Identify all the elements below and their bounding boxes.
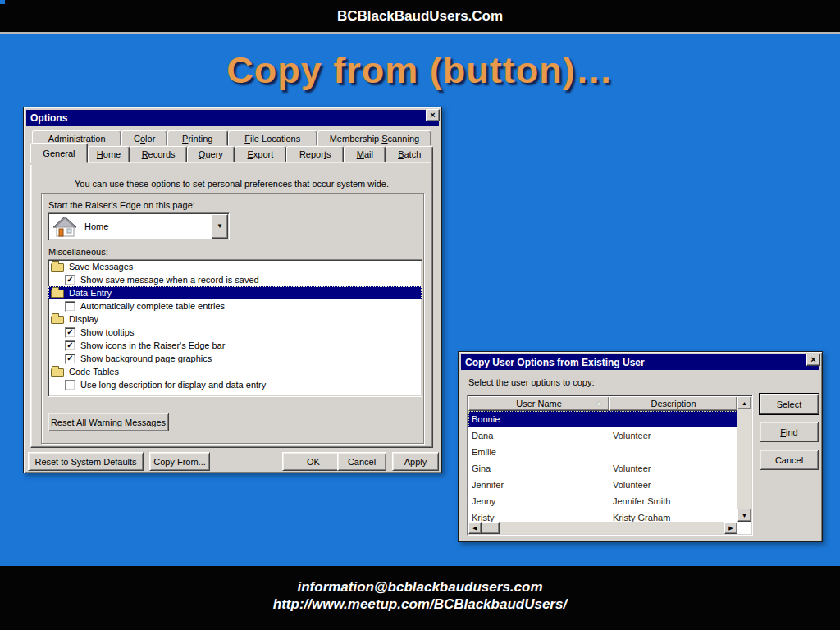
slide-footer-bar: information@bcblackbaudusers.com http://…	[0, 566, 840, 630]
user-name-cell: Kristy	[468, 513, 609, 522]
column-header-user-name[interactable]: User Name ▲	[468, 396, 609, 411]
options-dialog: Options × AdministrationColorPrintingFil…	[23, 107, 442, 473]
description-cell: Volunteer	[609, 463, 737, 473]
column-header-description[interactable]: Description	[609, 396, 737, 411]
chevron-down-icon: ▼	[217, 223, 223, 230]
item-label: Show save message when a record is saved	[80, 275, 259, 285]
options-dialog-titlebar[interactable]: Options	[26, 110, 439, 126]
home-icon	[52, 215, 79, 238]
copy-from-button[interactable]: Copy From...	[149, 452, 210, 471]
horizontal-scrollbar-thumb[interactable]	[482, 522, 500, 534]
find-button[interactable]: Find	[760, 422, 819, 442]
user-grid: User Name ▲ Description BonnieDanaVolunt…	[467, 395, 753, 536]
corner-notch	[0, 0, 5, 4]
sort-ascending-icon: ▲	[596, 400, 602, 407]
checkbox-unchecked[interactable]	[65, 301, 75, 312]
user-name-cell: Emilie	[468, 447, 609, 457]
table-row-bonnie[interactable]: Bonnie	[468, 411, 737, 427]
category-code-tables[interactable]: Code Tables	[48, 365, 422, 378]
tab-home[interactable]: Home	[88, 146, 130, 162]
tab-query[interactable]: Query	[187, 146, 235, 162]
options-dialog-title: Options	[30, 112, 67, 124]
tab-mail[interactable]: Mail	[344, 146, 386, 162]
cancel-button[interactable]: Cancel	[760, 450, 819, 470]
tab-export[interactable]: Export	[235, 146, 287, 162]
table-row-gina[interactable]: GinaVolunteer	[468, 460, 737, 477]
tab-records[interactable]: Records	[130, 146, 187, 162]
table-row-jenny[interactable]: JennyJennifer Smith	[468, 493, 737, 509]
tab-row-back: AdministrationColorPrintingFile Location…	[32, 130, 431, 146]
reset-all-warning-messages-button[interactable]: Reset All Warning Messages	[48, 413, 169, 431]
folder-icon	[51, 263, 64, 272]
tab-printing[interactable]: Printing	[167, 130, 228, 146]
checkbox-checked[interactable]: ✓	[65, 327, 75, 338]
user-name-cell: Gina	[468, 463, 609, 473]
table-row-jennifer[interactable]: JenniferVolunteer	[468, 477, 737, 493]
scroll-up-icon[interactable]: ▲	[737, 396, 751, 409]
miscellaneous-label: Miscellaneous:	[48, 247, 108, 257]
user-name-cell: Jennifer	[468, 480, 609, 490]
description-cell: Kristy Graham	[609, 513, 737, 522]
checkbox-checked[interactable]: ✓	[65, 340, 75, 351]
tab-reports[interactable]: Reports	[286, 146, 344, 162]
tab-membership-scanning[interactable]: Membership Scanning	[317, 130, 431, 146]
item-label: Show tooltips	[80, 327, 134, 337]
grid-header: User Name ▲ Description	[468, 396, 737, 411]
category-data-entry[interactable]: Data Entry	[48, 286, 422, 299]
select-button[interactable]: Select	[760, 394, 819, 414]
tab-color[interactable]: Color	[121, 130, 167, 146]
preferences-group: Start the Raiser's Edge on this page: Ho…	[41, 193, 424, 444]
scroll-right-icon[interactable]: ▶	[724, 522, 737, 534]
checkbox-checked[interactable]: ✓	[65, 354, 75, 364]
folder-icon	[51, 290, 64, 298]
tab-general[interactable]: General	[30, 143, 88, 163]
start-page-label: Start the Raiser's Edge on this page:	[48, 200, 195, 210]
scroll-left-icon[interactable]: ◀	[468, 522, 482, 534]
checkbox-checked[interactable]: ✓	[65, 275, 75, 285]
reset-to-system-defaults-button[interactable]: Reset to System Defaults	[28, 452, 144, 471]
option-automatically-complete-table-entries[interactable]: Automatically complete table entries	[48, 299, 422, 313]
start-page-combobox[interactable]: Home ▼	[48, 212, 230, 240]
tab-batch[interactable]: Batch	[386, 146, 433, 162]
footer-url: http://www.meetup.com/BCBlackbaudUsers/	[0, 596, 840, 613]
item-label: Show background page graphics	[80, 354, 212, 363]
item-label: Show icons in the Raiser's Edge bar	[80, 340, 225, 350]
option-show-icons-in-the-raiser-s-edge-bar[interactable]: ✓Show icons in the Raiser's Edge bar	[48, 339, 422, 352]
close-icon[interactable]: ×	[806, 354, 820, 366]
user-rows: BonnieDanaVolunteerEmilieGinaVolunteerJe…	[468, 411, 737, 522]
user-name-cell: Dana	[468, 431, 609, 441]
option-use-long-description-for-display-and-data-entry[interactable]: Use long description for display and dat…	[48, 378, 422, 391]
user-name-cell: Jenny	[468, 496, 609, 506]
horizontal-scrollbar[interactable]: ◀ ▶	[468, 522, 737, 534]
vertical-scrollbar[interactable]: ▲ ▼	[737, 396, 751, 522]
folder-icon	[51, 368, 64, 377]
table-row-kristy[interactable]: KristyKristy Graham	[468, 509, 737, 522]
close-icon[interactable]: ×	[426, 109, 440, 121]
tab-file-locations[interactable]: File Locations	[228, 130, 317, 146]
option-show-save-message-when-a-record-is-saved[interactable]: ✓Show save message when a record is save…	[48, 273, 422, 286]
slide: BCBlackBaudUsers.Com Copy from (button)……	[0, 0, 840, 630]
description-header-label: Description	[651, 399, 696, 409]
tab-row-front: GeneralHomeRecordsQueryExportReportsMail…	[30, 146, 433, 162]
ok-button[interactable]: OK	[282, 452, 345, 471]
table-row-dana[interactable]: DanaVolunteer	[468, 427, 737, 444]
category-display[interactable]: Display	[48, 313, 422, 326]
apply-button[interactable]: Apply	[392, 452, 439, 471]
site-title: BCBlackBaudUsers.Com	[337, 8, 503, 25]
option-show-tooltips[interactable]: ✓Show tooltips	[48, 326, 422, 339]
checkbox-unchecked[interactable]	[65, 380, 75, 390]
scroll-down-icon[interactable]: ▼	[737, 509, 751, 522]
option-show-background-page-graphics[interactable]: ✓Show background page graphics	[48, 352, 422, 365]
description-cell: Jennifer Smith	[609, 496, 737, 506]
item-label: Save Messages	[69, 262, 133, 272]
table-row-emilie[interactable]: Emilie	[468, 444, 737, 460]
item-label: Display	[69, 314, 98, 324]
user-name-header-label: User Name	[516, 399, 562, 409]
item-label: Code Tables	[69, 367, 119, 377]
miscellaneous-list[interactable]: Save Messages✓Show save message when a r…	[48, 259, 422, 397]
footer-email: information@bcblackbaudusers.com	[0, 578, 840, 596]
cancel-button[interactable]: Cancel	[337, 452, 386, 471]
copy-dialog-titlebar[interactable]: Copy User Options from Existing User	[461, 354, 819, 370]
category-save-messages[interactable]: Save Messages	[48, 260, 422, 273]
dropdown-button[interactable]: ▼	[212, 214, 228, 239]
